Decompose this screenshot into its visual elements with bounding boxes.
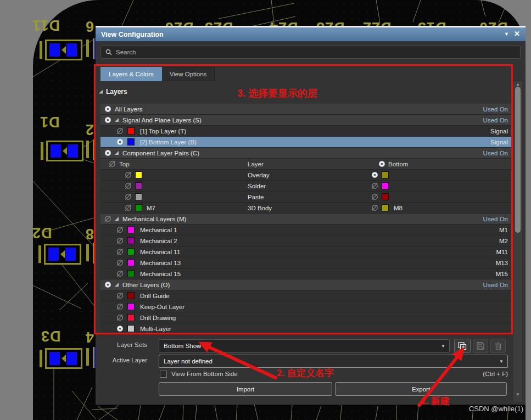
layer-row[interactable]: Multi-Layer xyxy=(100,323,511,334)
active-layer-dropdown[interactable]: Layer not defined ▼ xyxy=(159,355,508,368)
layer-color-swatch[interactable] xyxy=(382,193,389,200)
layer-color-swatch[interactable] xyxy=(135,193,142,200)
eye-hidden-icon[interactable] xyxy=(116,127,124,135)
layer-row[interactable]: Drill Drawing xyxy=(100,312,511,323)
eye-hidden-icon[interactable] xyxy=(371,204,379,212)
layer-row[interactable]: Mechanical 11M11 xyxy=(100,247,511,257)
layer-color-swatch[interactable] xyxy=(127,127,135,135)
pair-header-row[interactable]: TopLayer Bottom xyxy=(100,159,511,170)
layer-group-row[interactable]: Mechanical Layers (M)Used On xyxy=(100,214,511,225)
layer-group-row[interactable]: Other Layers (O)Used On xyxy=(100,279,511,290)
layer-row[interactable]: Drill Guide xyxy=(100,290,511,301)
group-collapse-icon[interactable] xyxy=(115,217,119,221)
new-layer-set-button[interactable] xyxy=(454,339,471,353)
used-on-filter[interactable]: Used On xyxy=(483,279,508,290)
layer-row[interactable]: Mechanical 2M2 xyxy=(100,236,511,247)
layer-pair-row[interactable]: Solder xyxy=(100,181,511,192)
eye-hidden-icon[interactable] xyxy=(371,193,379,201)
silkscreen-label-d3: D3 xyxy=(41,328,61,343)
layer-color-swatch[interactable] xyxy=(127,303,135,310)
export-button[interactable]: Export xyxy=(335,382,507,396)
search-input[interactable]: Search xyxy=(100,46,521,59)
layer-color-swatch[interactable] xyxy=(382,171,389,178)
save-layer-set-button[interactable] xyxy=(473,339,488,353)
delete-layer-set-button[interactable] xyxy=(490,339,506,353)
eye-hidden-icon[interactable] xyxy=(124,193,132,201)
silkscreen-label-d2: D2 xyxy=(32,225,52,240)
eye-visible-icon[interactable] xyxy=(104,105,112,113)
scrollbar-down-icon[interactable]: ▼ xyxy=(513,392,522,397)
eye-hidden-icon[interactable] xyxy=(116,259,124,267)
layer-group-row[interactable]: All LayersUsed On xyxy=(100,104,511,115)
layer-pair-row[interactable]: M73D Body M8 xyxy=(100,203,511,214)
eye-visible-icon[interactable] xyxy=(116,324,124,333)
import-button[interactable]: Import xyxy=(159,382,332,396)
layer-row[interactable]: Keep-Out Layer xyxy=(100,301,511,312)
eye-hidden-icon[interactable] xyxy=(124,204,132,212)
scrollbar-up-icon[interactable]: ▲ xyxy=(513,82,522,87)
layer-color-swatch[interactable] xyxy=(382,204,389,211)
eye-hidden-icon[interactable] xyxy=(116,270,124,278)
layer-row[interactable]: [2] Bottom Layer (B)Signal xyxy=(100,137,511,148)
eye-hidden-icon[interactable] xyxy=(116,237,124,245)
eye-hidden-icon[interactable] xyxy=(108,160,116,168)
eye-visible-icon[interactable] xyxy=(378,160,386,168)
layers-section-header[interactable]: Layers xyxy=(99,88,127,96)
pair-layer-header: Layer xyxy=(248,159,264,169)
panel-titlebar[interactable]: View Configuration ▼ ✕ xyxy=(96,27,526,41)
dropdown-caret-icon: ▼ xyxy=(441,344,445,349)
eye-hidden-icon[interactable] xyxy=(116,248,124,256)
layer-color-swatch[interactable] xyxy=(135,182,142,189)
tab-layers-and-colors[interactable]: Layers & Colors xyxy=(100,67,162,81)
layer-sets-dropdown[interactable]: Bottom Show ▼ xyxy=(159,339,450,352)
eye-hidden-icon[interactable] xyxy=(116,292,124,300)
eye-hidden-icon[interactable] xyxy=(116,313,124,322)
panel-collapse-icon[interactable]: ▼ xyxy=(504,31,509,37)
eye-hidden-icon[interactable] xyxy=(116,303,124,311)
eye-hidden-icon[interactable] xyxy=(371,182,379,190)
eye-visible-icon[interactable] xyxy=(104,281,112,289)
tab-view-options[interactable]: View Options xyxy=(162,67,215,81)
group-collapse-icon[interactable] xyxy=(115,151,119,155)
layer-row[interactable]: Mechanical 15M15 xyxy=(100,268,511,279)
eye-visible-icon[interactable] xyxy=(104,149,112,157)
group-collapse-icon[interactable] xyxy=(115,283,119,287)
eye-hidden-icon[interactable] xyxy=(124,182,132,190)
layer-row[interactable]: Mechanical 13M13 xyxy=(100,257,511,268)
layer-group-row[interactable]: Signal And Plane Layers (S)Used On xyxy=(100,115,511,126)
eye-hidden-icon[interactable] xyxy=(104,215,112,223)
layer-color-swatch[interactable] xyxy=(382,182,389,189)
layer-row[interactable]: Mechanical 1M1 xyxy=(100,225,511,236)
eye-hidden-icon[interactable] xyxy=(124,171,132,179)
eye-visible-icon[interactable] xyxy=(371,171,379,179)
layer-color-swatch[interactable] xyxy=(127,259,135,266)
view-from-bottom-checkbox[interactable] xyxy=(160,371,167,378)
used-on-filter[interactable]: Used On xyxy=(483,148,508,158)
layer-color-swatch[interactable] xyxy=(135,171,142,178)
layer-pair-row[interactable]: Overlay xyxy=(100,170,511,181)
layer-color-swatch[interactable] xyxy=(127,248,135,255)
panel-scrollbar[interactable]: ▲ ▼ xyxy=(513,81,522,402)
layer-kind-label: M1 xyxy=(499,225,508,235)
layer-row[interactable]: [1] Top Layer (T)Signal xyxy=(100,126,511,137)
scrollbar-thumb[interactable] xyxy=(515,87,521,233)
layer-color-swatch[interactable] xyxy=(135,204,142,211)
group-collapse-icon[interactable] xyxy=(115,118,119,122)
layer-kind-label: M15 xyxy=(496,268,508,279)
used-on-filter[interactable]: Used On xyxy=(483,115,508,125)
layer-color-swatch[interactable] xyxy=(127,325,135,332)
used-on-filter[interactable]: Used On xyxy=(483,214,508,224)
layer-pair-row[interactable]: Paste xyxy=(100,192,511,203)
layer-color-swatch[interactable] xyxy=(127,314,135,321)
eye-visible-icon[interactable] xyxy=(104,116,112,124)
layer-group-row[interactable]: Component Layer Pairs (C)Used On xyxy=(100,148,511,159)
layer-color-swatch[interactable] xyxy=(127,138,135,145)
layer-color-swatch[interactable] xyxy=(127,237,135,244)
layer-color-swatch[interactable] xyxy=(127,226,135,233)
layer-color-swatch[interactable] xyxy=(127,270,135,277)
eye-hidden-icon[interactable] xyxy=(116,226,124,234)
layer-color-swatch[interactable] xyxy=(127,292,135,299)
eye-visible-icon[interactable] xyxy=(116,138,124,146)
used-on-filter[interactable]: Used On xyxy=(483,104,508,114)
panel-close-icon[interactable]: ✕ xyxy=(514,30,520,38)
